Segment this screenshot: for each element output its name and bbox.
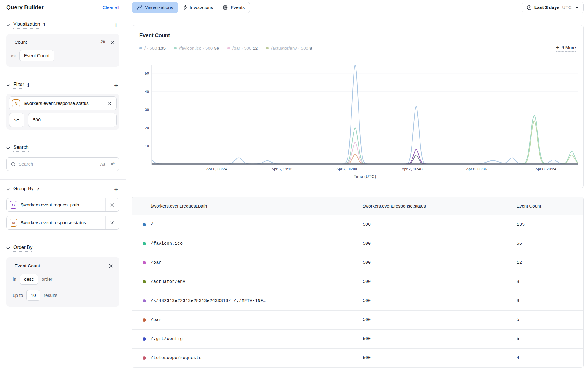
- more-series-button[interactable]: + 6 More: [556, 45, 576, 52]
- plus-icon: +: [556, 45, 559, 50]
- filter-label[interactable]: Filter: [13, 82, 24, 89]
- legend-label: /actuator/env · 500 8: [271, 46, 312, 51]
- y-tick-label: 40: [138, 89, 149, 94]
- in-label: in: [13, 277, 16, 282]
- at-icon[interactable]: @: [100, 39, 105, 45]
- group-by-field-chip[interactable]: N $workers.event.response.status: [6, 216, 119, 230]
- chevron-down-icon[interactable]: [6, 188, 10, 191]
- x-tick-label: Apr 6, 19:12: [271, 167, 292, 171]
- response-status-cell: 500: [363, 336, 517, 342]
- table-row[interactable]: /s/432313e22313e28313e2430313/_/;/META-I…: [132, 291, 583, 311]
- results-label: results: [44, 293, 57, 298]
- filter-field-name: $workers.event.response.status: [24, 101, 103, 106]
- x-tick-label: Apr 7, 16:48: [402, 167, 423, 171]
- top-bar: Visualizations Invocations Events: [126, 0, 588, 15]
- order-by-field: Event Count: [13, 263, 40, 269]
- table-row[interactable]: /bar50012: [132, 253, 583, 272]
- match-case-icon[interactable]: Aa: [100, 162, 105, 167]
- limit-input[interactable]: 10: [26, 290, 40, 301]
- content-area: Event Count / · 500 135/favicon.ico · 50…: [126, 15, 588, 368]
- time-range-selector[interactable]: Last 3 days UTC: [522, 2, 584, 13]
- column-header-count[interactable]: Event Count: [517, 203, 583, 208]
- remove-filter-icon[interactable]: [103, 97, 116, 110]
- series-color-dot: [139, 47, 142, 49]
- request-path-cell: /s/432313e22313e28313e2430313/_/;/META-I…: [151, 298, 266, 303]
- table-row[interactable]: /favicon.ico50056: [132, 234, 583, 253]
- table-row[interactable]: /500135: [132, 215, 583, 234]
- chevron-down-icon[interactable]: [6, 84, 10, 87]
- chevron-down-icon[interactable]: [6, 247, 10, 250]
- legend-item[interactable]: / · 500 135: [139, 46, 166, 51]
- response-status-cell: 500: [363, 298, 517, 303]
- lightning-bolt-icon: [183, 5, 187, 10]
- app-root: Query Builder Clear all Visualization 1 …: [0, 0, 588, 368]
- page-title: Query Builder: [6, 4, 44, 11]
- up-to-label: up to: [13, 293, 23, 298]
- order-by-label[interactable]: Order By: [13, 245, 32, 252]
- add-group-by-button[interactable]: +: [113, 186, 119, 193]
- event-count-cell: 8: [517, 298, 583, 303]
- close-icon[interactable]: [109, 264, 113, 268]
- table-row[interactable]: /.git/config5005: [132, 330, 583, 349]
- event-count-chart: [152, 65, 578, 165]
- chevron-down-icon[interactable]: [6, 24, 10, 26]
- series-color-dot: [174, 47, 177, 49]
- table-header: $workers.event.request.path $workers.eve…: [132, 197, 583, 215]
- series-color-dot: [143, 261, 146, 264]
- tab-events[interactable]: Events: [218, 2, 250, 13]
- table-row[interactable]: /telescope/requests5004: [132, 349, 583, 368]
- results-table: $workers.event.request.path $workers.eve…: [132, 197, 584, 368]
- remove-group-by-icon[interactable]: [105, 216, 119, 229]
- column-header-status[interactable]: $workers.event.response.status: [363, 203, 517, 208]
- group-by-label[interactable]: Group By: [13, 186, 34, 193]
- series-color-dot: [143, 337, 146, 341]
- legend-item[interactable]: /bar · 500 12: [227, 46, 258, 51]
- group-by-field-name: $workers.event.request.path: [21, 202, 105, 208]
- filter-card: N $workers.event.response.status >= 500: [6, 94, 119, 130]
- request-path-cell: /favicon.ico: [151, 241, 183, 246]
- sort-direction-button[interactable]: desc: [20, 274, 38, 285]
- search-input[interactable]: [18, 161, 97, 167]
- filter-operator[interactable]: >=: [9, 113, 24, 127]
- filter-value-input[interactable]: 500: [28, 113, 117, 127]
- search-box: Aa *: [6, 157, 119, 171]
- clock-icon: [527, 5, 532, 10]
- table-row[interactable]: /actuator/env5008: [132, 272, 583, 291]
- visualization-card: Count @ as Event Count: [6, 34, 119, 67]
- event-count-cell: 56: [517, 241, 583, 246]
- group-by-field-chip[interactable]: S $workers.event.request.path: [6, 198, 119, 212]
- table-row[interactable]: /baz5005: [132, 311, 583, 330]
- event-count-plot[interactable]: 1020304050: [151, 65, 578, 165]
- filter-field-chip[interactable]: N $workers.event.response.status: [9, 96, 117, 110]
- tab-visualizations[interactable]: Visualizations: [132, 2, 178, 13]
- request-path-cell: /baz: [151, 317, 161, 322]
- tab-invocations[interactable]: Invocations: [178, 2, 218, 13]
- remove-group-by-icon[interactable]: [105, 198, 119, 211]
- clear-all-link[interactable]: Clear all: [102, 5, 119, 10]
- add-visualization-button[interactable]: +: [113, 21, 119, 29]
- regex-icon[interactable]: *: [111, 163, 115, 166]
- visualization-label[interactable]: Visualization: [13, 21, 40, 29]
- event-count-cell: 135: [517, 222, 583, 227]
- filter-section: Filter 1 + N $workers.event.response.sta…: [0, 75, 126, 138]
- column-header-path[interactable]: $workers.event.request.path: [132, 203, 363, 208]
- x-axis-labels: Apr 6, 08:24Apr 6, 19:12Apr 7, 06:00Apr …: [151, 165, 578, 172]
- order-by-section: Order By Event Count in desc order up to: [0, 238, 126, 315]
- add-filter-button[interactable]: +: [113, 82, 119, 89]
- alias-button[interactable]: Event Count: [19, 50, 54, 61]
- legend-label: /favicon.ico · 500 56: [179, 46, 219, 51]
- metric-name[interactable]: Count: [15, 40, 27, 45]
- search-label[interactable]: Search: [13, 145, 29, 152]
- sidebar-header: Query Builder Clear all: [0, 0, 126, 15]
- close-icon[interactable]: [111, 40, 115, 44]
- legend-item[interactable]: /actuator/env · 500 8: [266, 46, 312, 51]
- order-by-card: Event Count in desc order up to 10 resul…: [6, 257, 119, 307]
- search-section: Search Aa *: [0, 138, 126, 180]
- chevron-down-icon[interactable]: [6, 147, 10, 149]
- x-tick-label: Apr 8, 20:24: [535, 167, 556, 171]
- legend-item[interactable]: /favicon.ico · 500 56: [174, 46, 219, 51]
- chevron-down-icon: [576, 7, 578, 9]
- response-status-cell: 500: [363, 241, 517, 246]
- response-status-cell: 500: [363, 260, 517, 265]
- request-path-cell: /actuator/env: [151, 279, 185, 284]
